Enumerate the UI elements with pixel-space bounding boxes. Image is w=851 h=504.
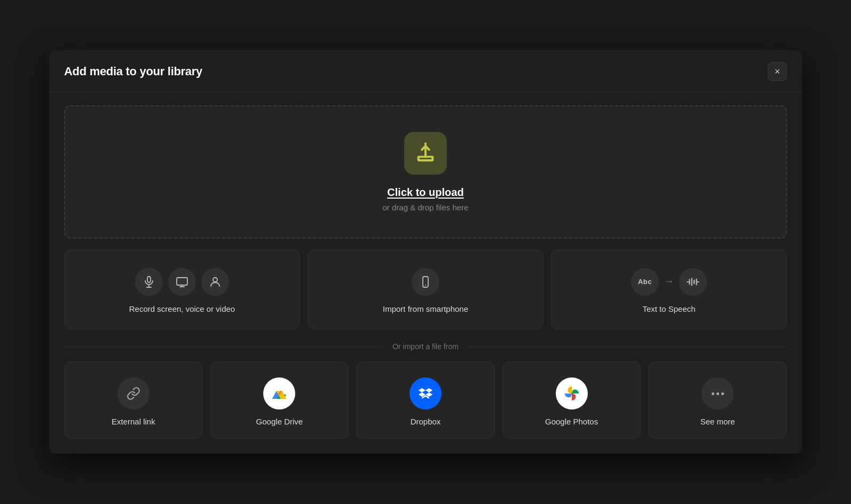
divider-text: Or import a file from	[392, 342, 459, 351]
person-icon	[209, 275, 222, 288]
external-link-icon-circle	[117, 377, 149, 410]
google-drive-card[interactable]: Google Drive	[210, 361, 349, 439]
see-more-icon-circle	[702, 377, 734, 410]
dropbox-card[interactable]: Dropbox	[356, 361, 495, 439]
tts-label: Text to Speech	[642, 304, 695, 313]
google-drive-icon	[271, 385, 288, 402]
record-label: Record screen, voice or video	[129, 304, 235, 313]
google-photos-icon-circle	[556, 377, 588, 410]
svg-point-6	[425, 285, 426, 286]
google-photos-label: Google Photos	[545, 417, 598, 426]
tts-wave-circle	[679, 268, 707, 296]
action-cards-row: Record screen, voice or video Import fro…	[64, 249, 787, 329]
tts-icons: Abc →	[631, 268, 707, 296]
upload-dropzone[interactable]: Click to upload or drag & drop files her…	[64, 105, 787, 239]
upload-icon-wrapper	[404, 132, 447, 175]
tts-arrow-icon: →	[664, 276, 674, 287]
external-link-label: External link	[112, 417, 155, 426]
modal-header: Add media to your library ×	[49, 50, 802, 92]
tts-card[interactable]: Abc → Text to Speech	[551, 249, 787, 329]
modal-body: Click to upload or drag & drop files her…	[49, 92, 802, 454]
modal-title: Add media to your library	[64, 65, 202, 78]
svg-rect-2	[147, 277, 151, 282]
upload-drag-text: or drag & drop files here	[383, 203, 469, 212]
person-circle	[201, 268, 229, 296]
smartphone-circle	[412, 268, 439, 296]
divider-right	[467, 346, 787, 347]
dot-1	[712, 392, 714, 395]
tts-abc-label: Abc	[631, 268, 659, 296]
mic-circle	[135, 268, 163, 296]
see-more-label: See more	[700, 417, 735, 426]
mic-icon	[143, 275, 155, 288]
import-cards-row: External link Google Drive	[64, 361, 787, 439]
dropbox-icon	[417, 385, 434, 402]
upload-click-text: Click to upload	[387, 186, 463, 199]
add-media-modal: Add media to your library × Click to upl…	[49, 50, 802, 454]
google-drive-label: Google Drive	[256, 417, 303, 426]
google-drive-icon-circle	[263, 377, 295, 410]
see-more-card[interactable]: See more	[648, 361, 787, 439]
external-link-card[interactable]: External link	[64, 361, 203, 439]
google-photos-card[interactable]: Google Photos	[502, 361, 641, 439]
divider-row: Or import a file from	[64, 342, 787, 351]
smartphone-label: Import from smartphone	[383, 304, 468, 313]
more-dots	[712, 392, 724, 395]
record-icons	[135, 268, 229, 296]
screen-icon	[176, 275, 188, 288]
dot-2	[716, 392, 719, 395]
record-card[interactable]: Record screen, voice or video	[64, 249, 300, 329]
upload-icon	[415, 143, 436, 164]
dropbox-icon-circle	[409, 377, 442, 410]
divider-left	[64, 346, 384, 347]
close-button[interactable]: ×	[768, 62, 787, 81]
smartphone-icons	[412, 268, 439, 296]
svg-rect-3	[177, 278, 187, 285]
screen-circle	[168, 268, 196, 296]
dot-3	[721, 392, 724, 395]
google-photos-icon	[563, 384, 581, 403]
svg-point-4	[213, 278, 217, 282]
dropbox-label: Dropbox	[411, 417, 441, 426]
smartphone-icon	[419, 275, 432, 288]
svg-rect-1	[419, 157, 433, 161]
waveform-icon	[686, 275, 700, 289]
smartphone-card[interactable]: Import from smartphone	[308, 249, 543, 329]
link-icon	[127, 387, 140, 400]
